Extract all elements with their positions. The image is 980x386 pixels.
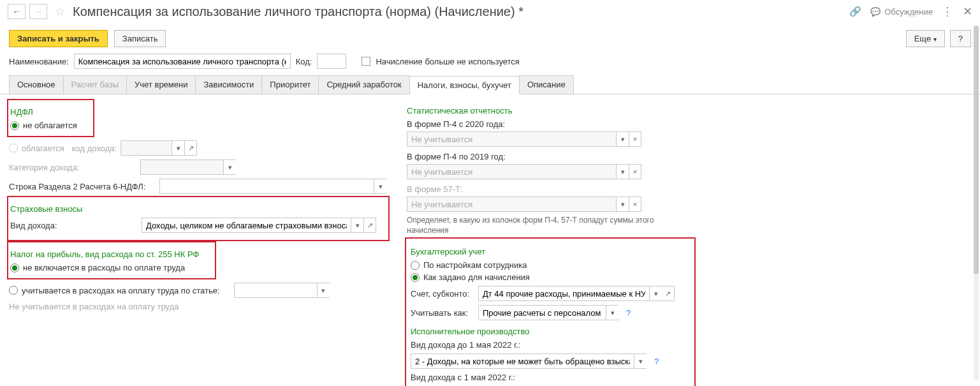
tabs: Основное Расчет базы Учет времени Зависи… xyxy=(0,75,980,94)
ndfl-radio-yes[interactable] xyxy=(9,144,18,152)
discuss-button[interactable]: 💬 Обсуждение xyxy=(870,7,933,17)
exec-after-label: Вид дохода с 1 мая 2022 г.: xyxy=(411,373,689,382)
save-and-close-button[interactable]: Записать и закрыть xyxy=(9,30,108,47)
method-input[interactable] xyxy=(478,305,606,320)
exec-title: Исполнительное производство xyxy=(411,327,689,336)
tab-avg[interactable]: Средний заработок xyxy=(318,75,409,94)
chevron-down-icon[interactable]: ▾ xyxy=(351,218,363,233)
obsolete-label: Начисление больше не используется xyxy=(376,57,519,66)
kebab-menu-icon[interactable]: ⋮ xyxy=(942,4,954,19)
p4-2019-input[interactable] xyxy=(407,164,616,179)
more-button[interactable]: Еще ▾ xyxy=(906,30,945,47)
ndfl-yes-label: облагается xyxy=(22,144,64,153)
scrollbar-thumb[interactable] xyxy=(974,26,979,274)
exec-before-label: Вид дохода до 1 мая 2022 г.: xyxy=(411,340,689,350)
stat-note: Определяет, в какую из колонок форм П-4,… xyxy=(407,216,694,235)
chevron-down-icon: ▾ xyxy=(172,140,184,156)
chat-icon: 💬 xyxy=(870,7,881,17)
clear-icon[interactable]: × xyxy=(629,131,641,147)
help-button[interactable]: ? xyxy=(950,30,971,47)
ndfl-title: НДФЛ xyxy=(10,107,77,117)
tab-taxes[interactable]: Налоги, взносы, бухучет xyxy=(409,76,520,94)
close-icon[interactable]: ✕ xyxy=(963,4,972,19)
open-icon: ↗ xyxy=(184,140,197,156)
buh-emp-label: По настройкам сотрудника xyxy=(423,260,527,270)
clear-icon: × xyxy=(629,197,641,212)
chevron-down-icon: ▾ xyxy=(616,197,629,212)
row6-label: Строка Раздела 2 Расчета 6-НДФЛ: xyxy=(9,182,156,191)
obsolete-checkbox[interactable] xyxy=(362,57,370,66)
help-icon[interactable]: ? xyxy=(626,308,631,318)
income-category-label: Категория дохода: xyxy=(9,163,136,172)
window-title: Компенсация за использование личного тра… xyxy=(73,4,845,19)
buh-set-label: Как задано для начисления xyxy=(423,272,530,282)
account-input[interactable] xyxy=(478,286,649,301)
link-icon[interactable]: 🔗 xyxy=(849,6,861,17)
tab-desc[interactable]: Описание xyxy=(519,75,574,94)
insurance-income-label: Вид дохода: xyxy=(10,221,138,230)
ndfl-radio-no[interactable]: не облагается xyxy=(10,121,77,130)
nav-forward-button[interactable]: → xyxy=(29,4,47,19)
open-icon[interactable]: ↗ xyxy=(662,286,675,301)
chevron-down-icon[interactable]: ▾ xyxy=(374,179,386,194)
tab-main[interactable]: Основное xyxy=(9,75,64,94)
nav-back-button[interactable]: ← xyxy=(8,4,26,19)
exec-before-input[interactable] xyxy=(411,353,634,369)
buh-title: Бухгалтерский учет xyxy=(411,247,689,256)
radio-icon xyxy=(10,264,19,272)
p4-2020-label: В форме П-4 с 2020 года: xyxy=(407,119,694,129)
account-label: Счет, субконто: xyxy=(411,289,474,299)
chevron-down-icon[interactable]: ▾ xyxy=(634,353,647,369)
insurance-title: Страховые взносы xyxy=(10,204,385,214)
chevron-down-icon[interactable]: ▾ xyxy=(649,286,662,301)
p4-2020-input[interactable] xyxy=(407,131,616,147)
code-input[interactable] xyxy=(317,54,346,69)
favorite-star-icon[interactable]: ☆ xyxy=(55,4,65,19)
save-button[interactable]: Записать xyxy=(114,30,166,47)
radio-icon xyxy=(10,121,19,130)
income-code-label: код дохода: xyxy=(72,144,117,153)
f57t-label: В форме 57-Т: xyxy=(407,184,694,194)
help-icon[interactable]: ? xyxy=(654,357,659,366)
more-label: Еще xyxy=(914,34,931,43)
profit-radio-excl[interactable]: не включается в расходы по оплате труда xyxy=(10,263,199,272)
row6-input[interactable] xyxy=(159,179,374,194)
profit-article-input[interactable] xyxy=(234,283,317,298)
f57t-input xyxy=(407,197,616,212)
tab-priority[interactable]: Приоритет xyxy=(261,75,319,94)
name-input[interactable] xyxy=(74,54,291,69)
ndfl-no-label: не облагается xyxy=(23,121,77,130)
chevron-down-icon: ▾ xyxy=(933,36,937,43)
profit-tax-title: Налог на прибыль, вид расхода по ст. 255… xyxy=(10,249,199,259)
chevron-down-icon[interactable]: ▾ xyxy=(616,131,629,147)
chevron-down-icon[interactable]: ▾ xyxy=(616,164,629,179)
vertical-scrollbar[interactable] xyxy=(974,26,979,381)
method-label: Учитывать как: xyxy=(411,308,474,318)
p4-2019-label: В форме П-4 по 2019 год: xyxy=(407,152,694,161)
stat-title: Статистическая отчетность xyxy=(407,106,694,115)
income-code-input xyxy=(121,140,172,156)
open-icon[interactable]: ↗ xyxy=(363,218,376,233)
tab-time[interactable]: Учет времени xyxy=(126,75,196,94)
profit-radio-incl[interactable] xyxy=(9,286,18,295)
buh-radio-emp[interactable]: По настройкам сотрудника xyxy=(411,260,689,270)
chevron-down-icon[interactable]: ▾ xyxy=(606,305,618,320)
tab-base[interactable]: Расчет базы xyxy=(63,75,128,94)
name-label: Наименование: xyxy=(9,57,69,66)
code-label: Код: xyxy=(296,57,312,66)
tab-deps[interactable]: Зависимости xyxy=(195,75,262,94)
insurance-income-input[interactable] xyxy=(142,218,351,233)
profit-incl-label: учитывается в расходах на оплату труда п… xyxy=(22,286,220,295)
buh-radio-set[interactable]: Как задано для начисления xyxy=(411,272,689,282)
radio-icon xyxy=(411,273,420,282)
discuss-label: Обсуждение xyxy=(884,7,933,17)
chevron-down-icon[interactable]: ▾ xyxy=(317,283,330,298)
profit-excl-label: не включается в расходы по оплате труда xyxy=(23,263,185,272)
radio-icon xyxy=(411,261,420,270)
chevron-down-icon: ▾ xyxy=(223,160,236,175)
profit-note: Не учитывается в расходах на оплату труд… xyxy=(9,302,388,311)
income-category-input xyxy=(140,160,223,175)
clear-icon[interactable]: × xyxy=(629,164,641,179)
